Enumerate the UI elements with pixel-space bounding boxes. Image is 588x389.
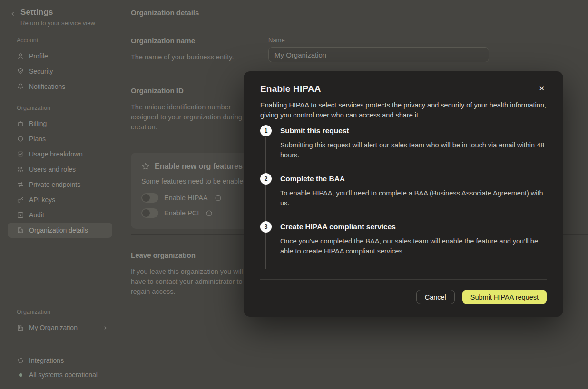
org-name-description: The name of your business entity. xyxy=(131,52,255,62)
enable-hipaa-label: Enable HIPAA xyxy=(164,194,208,202)
sidebar: Settings Return to your service view Acc… xyxy=(0,0,120,389)
sidebar-bottom: Organization My Organization Integration… xyxy=(0,309,120,389)
name-field-label: Name xyxy=(268,37,577,44)
close-button[interactable]: ✕ xyxy=(537,84,547,93)
sidebar-group-organization: Organization xyxy=(17,105,120,111)
integrations-icon xyxy=(17,357,24,364)
sidebar-title: Settings xyxy=(20,8,95,17)
bag-icon xyxy=(17,120,24,127)
sidebar-subtitle: Return to your service view xyxy=(20,19,95,27)
sidebar-item-usage-breakdown[interactable]: Usage breakdown xyxy=(8,146,112,162)
sidebar-item-notifications[interactable]: Notifications xyxy=(8,79,112,94)
key-icon xyxy=(17,196,24,204)
bell-icon xyxy=(17,83,24,90)
sidebar-item-audit[interactable]: Audit xyxy=(8,207,112,223)
chevron-left-icon xyxy=(10,11,16,19)
sidebar-item-label: Security xyxy=(29,68,53,75)
sidebar-item-integrations[interactable]: Integrations xyxy=(8,353,112,368)
sidebar-item-label: Profile xyxy=(29,52,48,60)
sidebar-item-api-keys[interactable]: API keys xyxy=(8,192,112,207)
features-card-title: Enable new org features xyxy=(155,162,243,171)
sidebar-item-organization-details[interactable]: Organization details xyxy=(8,223,112,238)
sidebar-divider xyxy=(0,343,120,343)
step-connector xyxy=(265,137,266,173)
person-icon xyxy=(17,52,24,60)
cancel-button[interactable]: Cancel xyxy=(416,290,455,304)
modal-intro: Enabling HIPAA to select services protec… xyxy=(260,100,547,120)
step-description: To enable HIPAA, you’ll need to complete… xyxy=(280,188,547,208)
info-icon[interactable] xyxy=(206,210,213,217)
sidebar-group-account: Account xyxy=(17,37,120,44)
sidebar-item-label: Plans xyxy=(29,135,46,143)
leave-organization-description: If you leave this organization you will … xyxy=(131,267,255,297)
org-name-input[interactable] xyxy=(268,47,489,62)
toggle-knob xyxy=(142,209,150,217)
circle-icon xyxy=(17,135,24,143)
back-button[interactable] xyxy=(10,8,17,19)
chart-icon xyxy=(17,150,24,158)
sidebar-item-label: Users and roles xyxy=(29,165,76,173)
activity-icon xyxy=(17,211,24,219)
modal-footer: Cancel Submit HIPAA request xyxy=(260,279,547,304)
modal-step-2: 2 Complete the BAA To enable HIPAA, you’… xyxy=(260,173,547,221)
step-title: Submit this request xyxy=(280,126,547,135)
enable-hipaa-modal: Enable HIPAA ✕ Enabling HIPAA to select … xyxy=(244,71,563,317)
enable-hipaa-toggle[interactable] xyxy=(141,193,158,203)
sidebar-item-label: API keys xyxy=(29,196,55,204)
shield-check-icon xyxy=(17,68,24,75)
sidebar-item-label: Organization details xyxy=(29,226,88,234)
leave-organization-title: Leave organization xyxy=(131,251,258,259)
status-dot xyxy=(19,373,22,377)
org-id-description: The unique identification number assigne… xyxy=(131,102,255,132)
users-icon xyxy=(17,165,24,173)
sidebar-item-private-endpoints[interactable]: Private endpoints xyxy=(8,177,112,192)
sidebar-item-label: Integrations xyxy=(29,357,64,364)
step-number-badge: 3 xyxy=(260,221,272,233)
sidebar-item-label: My Organization xyxy=(29,324,78,331)
org-name-section: Organization name The name of your busin… xyxy=(131,25,588,75)
org-id-title: Organization ID xyxy=(131,87,258,95)
step-title: Create HIPAA compliant services xyxy=(280,223,547,231)
sidebar-item-label: Billing xyxy=(29,120,47,127)
step-number-badge: 2 xyxy=(260,173,272,185)
status-label: All systems operational xyxy=(29,371,98,379)
toggle-knob xyxy=(142,194,150,202)
star-icon xyxy=(141,162,150,171)
org-name-title: Organization name xyxy=(131,37,258,45)
close-icon: ✕ xyxy=(539,84,545,92)
step-description: Submitting this request will alert our s… xyxy=(280,140,547,160)
page-title: Organization details xyxy=(131,9,199,17)
info-icon[interactable] xyxy=(215,194,222,202)
sidebar-header: Settings Return to your service view xyxy=(0,0,120,37)
sidebar-item-billing[interactable]: Billing xyxy=(8,116,112,131)
step-connector xyxy=(265,233,266,269)
building-icon xyxy=(17,226,24,234)
enable-pci-toggle[interactable] xyxy=(141,208,158,218)
step-number-badge: 1 xyxy=(260,125,272,136)
page-header: Organization details xyxy=(120,0,588,25)
building-icon xyxy=(17,324,24,331)
sidebar-item-plans[interactable]: Plans xyxy=(8,131,112,146)
system-status[interactable]: All systems operational xyxy=(8,368,112,381)
submit-hipaa-button[interactable]: Submit HIPAA request xyxy=(462,290,547,304)
sidebar-item-label: Notifications xyxy=(29,83,65,90)
chevron-right-icon xyxy=(102,325,108,331)
sidebar-item-security[interactable]: Security xyxy=(8,64,112,79)
sidebar-item-my-organization[interactable]: My Organization xyxy=(8,320,112,335)
sidebar-item-label: Usage breakdown xyxy=(29,150,83,158)
step-title: Complete the BAA xyxy=(280,175,547,183)
app-root: Settings Return to your service view Acc… xyxy=(0,0,588,389)
arrows-swap-icon xyxy=(17,181,24,188)
sidebar-group-organization-switcher: Organization xyxy=(17,309,120,315)
sidebar-item-label: Private endpoints xyxy=(29,181,80,188)
enable-pci-label: Enable PCI xyxy=(164,209,199,217)
step-description: Once you've completed the BAA, our sales… xyxy=(280,236,547,256)
modal-title: Enable HIPAA xyxy=(260,84,321,94)
sidebar-item-label: Audit xyxy=(29,211,44,219)
sidebar-item-users-and-roles[interactable]: Users and roles xyxy=(8,162,112,177)
sidebar-item-profile[interactable]: Profile xyxy=(8,49,112,64)
modal-step-3: 3 Create HIPAA compliant services Once y… xyxy=(260,221,547,269)
step-connector xyxy=(265,185,266,221)
modal-step-1: 1 Submit this request Submitting this re… xyxy=(260,125,547,173)
